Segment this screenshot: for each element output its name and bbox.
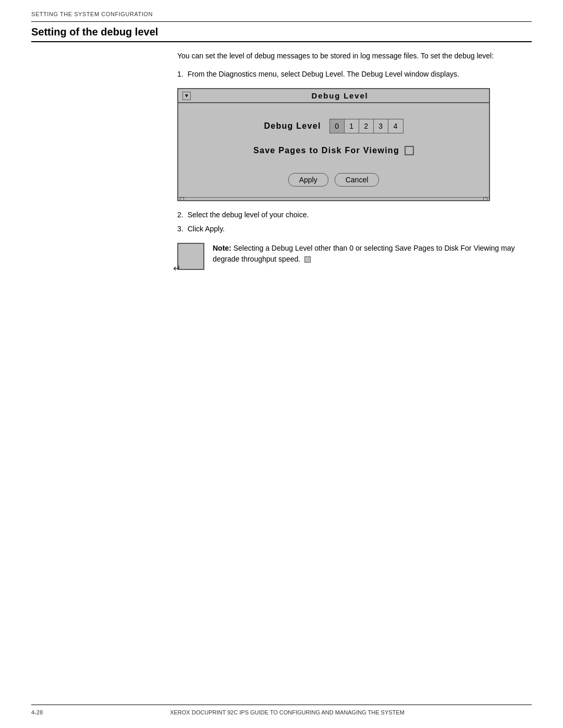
footer-title: XEROX DOCUPRINT 92C IPS GUIDE TO CONFIGU…: [170, 709, 405, 715]
step-1-text: From the Diagnostics menu, select Debug …: [188, 69, 459, 80]
window-menu-button[interactable]: ▼: [182, 92, 191, 100]
step-3-text: Click Apply.: [188, 224, 225, 235]
debug-level-label: Debug Level: [264, 121, 321, 131]
window-titlebar: ▼ Debug Level: [178, 89, 489, 103]
debug-level-buttons: 0 1 2 3 4: [329, 119, 403, 133]
page-footer: 4-28 XEROX DOCUPRINT 92C IPS GUIDE TO CO…: [31, 705, 532, 715]
window-buttons-row: Apply Cancel: [288, 173, 380, 187]
note-label: Note:: [213, 244, 231, 252]
intro-paragraph: You can set the level of debug messages …: [177, 51, 532, 61]
corner-indicator-right: [483, 197, 487, 201]
window-body: Debug Level 0 1 2 3 4 Save Pages to: [178, 103, 489, 197]
section-title: Setting of the debug level: [31, 26, 532, 42]
cancel-button[interactable]: Cancel: [335, 173, 380, 187]
window-bottom-border: [178, 197, 489, 200]
breadcrumb: SETTING THE SYSTEM CONFIGURATION: [31, 11, 153, 17]
note-icon: ↵: [177, 243, 204, 270]
left-column: [31, 51, 177, 270]
step-2-text: Select the debug level of your choice.: [188, 209, 309, 220]
note-body: Selecting a Debug Level other than 0 or …: [213, 244, 515, 263]
save-pages-checkbox[interactable]: [405, 146, 414, 155]
debug-level-1-button[interactable]: 1: [345, 119, 359, 133]
corner-indicator-left: [180, 197, 184, 201]
right-column: You can set the level of debug messages …: [177, 51, 532, 270]
note-section: ↵ Note: Selecting a Debug Level other th…: [177, 243, 532, 270]
step-3: 3. Click Apply.: [177, 224, 532, 235]
debug-level-window: ▼ Debug Level Debug Level 0 1 2 3: [177, 88, 490, 201]
debug-level-0-button[interactable]: 0: [330, 119, 345, 133]
step-1: 1. From the Diagnostics menu, select Deb…: [177, 69, 532, 80]
debug-level-4-button[interactable]: 4: [388, 119, 403, 133]
note-text: Note: Selecting a Debug Level other than…: [213, 243, 532, 265]
save-pages-label: Save Pages to Disk For Viewing: [253, 146, 399, 155]
step-3-number: 3.: [177, 224, 183, 235]
main-content: Setting of the debug level You can set t…: [31, 26, 532, 270]
page-header: SETTING THE SYSTEM CONFIGURATION: [31, 9, 532, 22]
apply-button[interactable]: Apply: [288, 173, 328, 187]
debug-level-3-button[interactable]: 3: [374, 119, 388, 133]
footer-page-number: 4-28: [31, 709, 43, 715]
step-2-number: 2.: [177, 209, 183, 220]
step-1-number: 1.: [177, 69, 183, 80]
debug-level-row: Debug Level 0 1 2 3 4: [264, 119, 403, 133]
note-end-icon: [304, 256, 311, 263]
note-icon-arrow: ↵: [173, 263, 181, 274]
window-title: Debug Level: [195, 91, 485, 100]
debug-level-2-button[interactable]: 2: [359, 119, 374, 133]
steps-below: 2. Select the debug level of your choice…: [177, 209, 532, 235]
step-2: 2. Select the debug level of your choice…: [177, 209, 532, 220]
content-body: You can set the level of debug messages …: [31, 51, 532, 270]
save-pages-row: Save Pages to Disk For Viewing: [253, 146, 414, 155]
page: SETTING THE SYSTEM CONFIGURATION Setting…: [0, 0, 563, 728]
